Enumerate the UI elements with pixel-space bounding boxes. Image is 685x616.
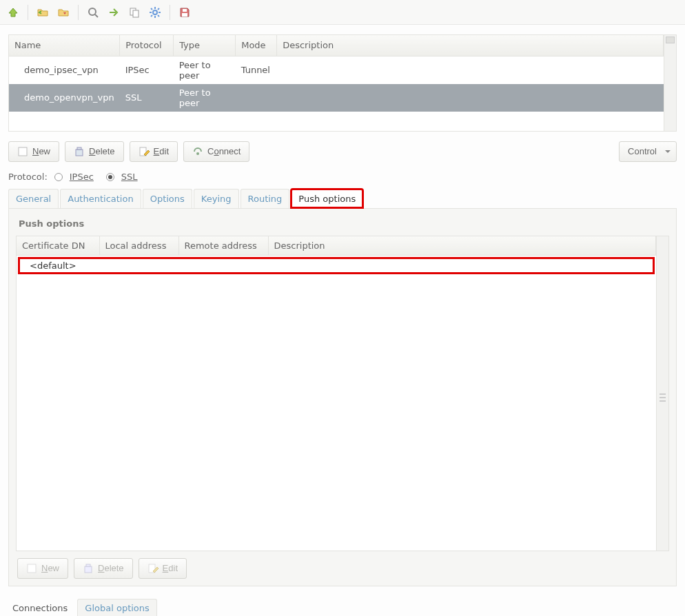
cell-name: demo_ipsec_vpn	[9, 56, 120, 84]
svg-point-19	[196, 152, 199, 155]
vpn-connections-table: Name Protocol Type Mode Description demo…	[8, 34, 677, 132]
cell-type: Peer to peer	[174, 84, 236, 112]
edit-button[interactable]: Edit	[130, 141, 178, 162]
svg-rect-22	[86, 564, 90, 566]
table-row[interactable]: demo_openvpn_vpn SSL Peer to peer	[9, 84, 664, 112]
col-remote-address[interactable]: Remote address	[178, 236, 268, 256]
push-table-scrollbar[interactable]	[656, 236, 668, 551]
col-description[interactable]: Description	[277, 35, 664, 56]
push-options-panel: Push options Certificate DN Local addres…	[8, 208, 677, 586]
tab-authentication[interactable]: Authentication	[60, 189, 141, 208]
edit-icon	[139, 146, 150, 157]
vpn-action-bar: New Delete Edit Connect Control	[0, 137, 685, 169]
edit-label: dit	[159, 146, 169, 156]
forward-icon[interactable]	[105, 3, 123, 21]
config-tab-row: General Authentication Options Keying Ro…	[0, 189, 685, 208]
delete-label: elete	[95, 146, 114, 156]
cell-description	[277, 84, 664, 112]
toolbar-separator	[170, 5, 170, 20]
col-type[interactable]: Type	[174, 35, 236, 56]
connect-icon	[192, 146, 203, 157]
control-dropdown[interactable]: Control	[619, 141, 677, 162]
toolbar-separator	[28, 5, 28, 20]
cell-name: demo_openvpn_vpn	[9, 84, 120, 112]
edit-icon	[147, 563, 159, 574]
protocol-label: Protocol:	[8, 172, 48, 182]
cell-protocol: SSL	[120, 84, 174, 112]
col-protocol[interactable]: Protocol	[120, 35, 174, 56]
up-icon[interactable]	[4, 3, 22, 21]
tab-routing[interactable]: Routing	[241, 189, 290, 208]
svg-line-10	[158, 15, 159, 17]
radio-ipsec[interactable]	[54, 173, 63, 181]
push-default-row[interactable]: <default>	[18, 257, 655, 274]
bottom-tab-global-options[interactable]: Global options	[77, 599, 156, 617]
bottom-tab-row: Connections Global options	[0, 586, 685, 617]
search-icon[interactable]	[84, 3, 102, 21]
delete-button[interactable]: Delete	[65, 141, 124, 162]
col-description[interactable]: Description	[268, 236, 656, 256]
new-icon	[26, 563, 37, 574]
push-delete-button[interactable]: Delete	[74, 558, 133, 579]
toolbar-separator	[78, 5, 79, 20]
vpn-table-header-row: Name Protocol Type Mode Description	[9, 35, 664, 56]
vpn-table-scrollbar[interactable]	[664, 35, 676, 131]
connect-label: nnect	[219, 146, 241, 156]
svg-rect-13	[183, 9, 187, 12]
folder-open-icon[interactable]	[54, 3, 72, 21]
gear-icon[interactable]	[146, 3, 164, 21]
new-icon	[17, 146, 28, 157]
protocol-row: Protocol: IPSec SSL	[0, 169, 685, 189]
cell-description	[277, 56, 664, 84]
new-button[interactable]: New	[8, 141, 59, 162]
col-name[interactable]: Name	[9, 35, 120, 56]
tab-push-options[interactable]: Push options	[291, 189, 363, 208]
push-options-title: Push options	[19, 218, 666, 229]
svg-line-1	[95, 14, 98, 17]
push-actions-bar: New Delete Edit	[16, 551, 669, 580]
cell-mode	[236, 84, 277, 112]
svg-rect-21	[85, 566, 92, 573]
tab-options[interactable]: Options	[143, 189, 192, 208]
push-edit-button[interactable]: Edit	[139, 558, 187, 579]
radio-ssl[interactable]	[106, 173, 114, 181]
new-label: ew	[39, 146, 50, 156]
table-row[interactable]: <default>	[17, 256, 656, 551]
svg-rect-16	[76, 150, 83, 156]
push-table: Certificate DN Local address Remote addr…	[16, 236, 669, 551]
svg-point-4	[153, 10, 157, 14]
save-icon[interactable]	[176, 3, 194, 21]
svg-point-0	[89, 8, 96, 15]
bottom-tab-connections[interactable]: Connections	[6, 599, 74, 617]
radio-ssl-label[interactable]: SSL	[121, 172, 138, 182]
main-toolbar	[0, 0, 685, 25]
cell-mode: Tunnel	[236, 56, 277, 84]
radio-ipsec-label[interactable]: IPSec	[70, 172, 94, 182]
svg-rect-3	[133, 10, 139, 17]
table-row[interactable]: demo_ipsec_vpn IPSec Peer to peer Tunnel	[9, 56, 664, 84]
svg-line-9	[151, 8, 152, 10]
col-mode[interactable]: Mode	[236, 35, 277, 56]
tab-keying[interactable]: Keying	[194, 189, 239, 208]
delete-icon	[83, 563, 94, 574]
control-label: Control	[628, 146, 657, 156]
col-local-address[interactable]: Local address	[99, 236, 178, 256]
svg-line-11	[151, 15, 152, 17]
delete-icon	[74, 146, 85, 157]
cell-protocol: IPSec	[120, 56, 174, 84]
svg-rect-17	[77, 147, 81, 150]
push-new-button[interactable]: New	[17, 558, 68, 579]
svg-rect-15	[19, 147, 27, 156]
svg-line-12	[158, 8, 159, 10]
svg-rect-14	[182, 13, 187, 17]
connect-button[interactable]: Connect	[183, 141, 249, 162]
folder-import-icon[interactable]	[34, 3, 52, 21]
tab-general[interactable]: General	[8, 189, 59, 208]
copy-icon[interactable]	[125, 3, 143, 21]
cell-type: Peer to peer	[174, 56, 236, 84]
col-cert-dn[interactable]: Certificate DN	[17, 236, 99, 256]
svg-rect-20	[28, 564, 36, 573]
